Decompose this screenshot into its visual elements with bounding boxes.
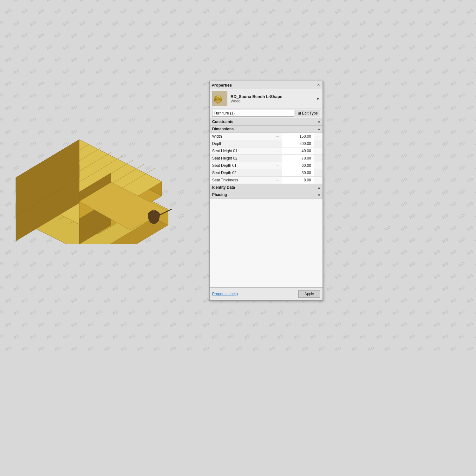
prop-value-depth[interactable] <box>282 140 314 147</box>
prop-dots-sh01: ··· <box>273 149 282 153</box>
object-subtype: Wood <box>231 99 316 103</box>
constraints-label: Constraints <box>212 120 233 124</box>
prop-label-seat-depth-02: Seat Depth 02 <box>210 169 273 176</box>
panel-title: Properties <box>212 83 232 88</box>
prop-row-seat-thickness: Seat Thickness ··· ··· <box>210 177 323 184</box>
prop-label-width: Width <box>210 133 273 140</box>
dimensions-section-header[interactable]: Dimensions » <box>210 126 323 133</box>
properties-help-link[interactable]: Properties help <box>212 292 238 296</box>
prop-value-seat-depth-02[interactable] <box>282 169 314 176</box>
prop-row-width: Width ··· ··· <box>210 133 323 140</box>
prop-row-seat-depth-02: Seat Depth 02 <box>210 169 323 177</box>
identity-data-label: Identity Data <box>212 185 235 190</box>
prop-row-seat-depth-01: Seat Depth 01 ··· ··· <box>210 162 323 169</box>
prop-value-width[interactable] <box>282 133 314 140</box>
identity-data-section-header[interactable]: Identity Data « <box>210 184 323 191</box>
prop-dots-sd01-right: ··· <box>314 164 323 167</box>
prop-label-seat-height-02: Seat Height 02 <box>210 155 273 162</box>
prop-dots-width: ··· <box>273 135 282 138</box>
prop-dots-st: ··· <box>273 179 282 182</box>
prop-label-seat-depth-01: Seat Depth 01 <box>210 162 273 169</box>
constraints-collapse-icon: « <box>317 119 320 124</box>
empty-panel-area <box>210 199 323 287</box>
edit-type-button[interactable]: ⊞ Edit Type <box>296 110 320 116</box>
apply-button[interactable]: Apply <box>298 290 320 298</box>
identity-data-collapse-icon: « <box>317 185 320 190</box>
panel-footer: Properties help Apply <box>210 287 323 300</box>
prop-label-depth: Depth <box>210 140 273 147</box>
phasing-collapse-icon: « <box>317 192 320 197</box>
dimensions-expand-icon: » <box>317 127 320 132</box>
prop-value-seat-thickness[interactable] <box>282 177 314 184</box>
phasing-label: Phasing <box>212 192 227 197</box>
phasing-section-header[interactable]: Phasing « <box>210 191 323 199</box>
panel-header: Properties × <box>210 81 323 89</box>
prop-dots-sh01-right: ··· <box>314 149 323 153</box>
dimensions-label: Dimensions <box>212 127 234 131</box>
prop-dots-width-right: ··· <box>314 135 323 138</box>
prop-label-seat-thickness: Seat Thickness <box>210 177 273 184</box>
edit-type-icon: ⊞ <box>298 111 301 115</box>
prop-row-seat-height-02: Seat Height 02 <box>210 155 323 162</box>
object-name: RD_Sauna Bench L-Shape <box>231 94 316 99</box>
prop-dots-sd01: ··· <box>273 164 282 167</box>
furniture-selector[interactable]: Furniture (1) <box>212 110 294 117</box>
selector-row: Furniture (1) ⊞ Edit Type <box>210 108 323 118</box>
prop-value-seat-height-01[interactable] <box>282 147 314 154</box>
prop-dots-st-right: ··· <box>314 179 323 182</box>
object-expand-arrow[interactable]: ▼ <box>316 96 320 101</box>
prop-value-seat-height-02[interactable] <box>282 155 314 162</box>
properties-panel: Properties × RD_Sauna Bench L-Shape Wood… <box>209 81 323 301</box>
prop-value-seat-depth-01[interactable] <box>282 162 314 169</box>
constraints-section-header[interactable]: Constraints « <box>210 118 323 126</box>
dimensions-rows: Width ··· ··· Depth Seat Height 01 ··· ·… <box>210 133 323 184</box>
object-thumbnail <box>212 91 227 106</box>
object-details: RD_Sauna Bench L-Shape Wood <box>231 94 316 103</box>
prop-row-seat-height-01: Seat Height 01 ··· ··· <box>210 147 323 155</box>
close-button[interactable]: × <box>316 82 321 88</box>
prop-label-seat-height-01: Seat Height 01 <box>210 147 273 154</box>
prop-row-depth: Depth <box>210 140 323 147</box>
object-info-row: RD_Sauna Bench L-Shape Wood ▼ <box>210 89 323 108</box>
bench-3d-model <box>10 111 206 244</box>
edit-type-label: Edit Type <box>302 111 318 115</box>
